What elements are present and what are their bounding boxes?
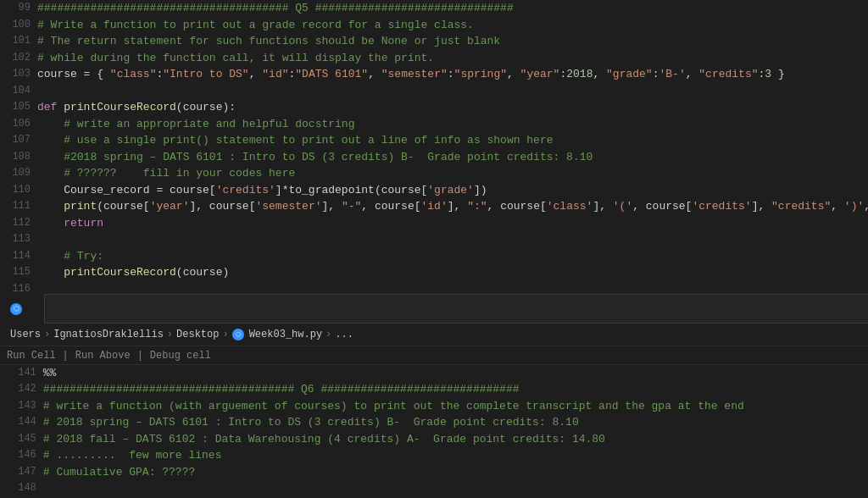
run-above-button[interactable]: Run Above xyxy=(75,350,131,362)
separator-2: | xyxy=(137,350,143,362)
line-content: # use a single print() statement to prin… xyxy=(34,132,868,149)
breadcrumb-more: ... xyxy=(335,329,353,340)
table-row: 113 xyxy=(0,231,868,248)
bottom-code-area[interactable]: 141%%142################################… xyxy=(0,365,868,498)
code-token: ], course[ xyxy=(189,200,255,213)
line-content: # ?????? fill in your codes here xyxy=(34,165,868,182)
line-content: Course_record = course['credits']*to_gra… xyxy=(34,182,868,199)
editor-container: 99######################################… xyxy=(0,0,868,498)
breadcrumb-file-icon: ⬡ xyxy=(232,329,244,340)
bottom-code-section: 141%%142################################… xyxy=(0,365,868,498)
code-token: 2018 xyxy=(566,68,593,80)
code-token: # ?????? fill in your codes here xyxy=(37,167,295,180)
line-content: print(course['year'], course['semester']… xyxy=(34,198,868,215)
line-content: # write a function (with arguement of co… xyxy=(40,398,868,415)
table-row: 110 Course_record = course['credits']*to… xyxy=(0,182,868,199)
table-row: 103course = { "class":"Intro to DS", "id… xyxy=(0,66,868,83)
run-cell-button[interactable]: Run Cell xyxy=(7,350,56,362)
separator-1: | xyxy=(63,350,69,362)
line-number: 145 xyxy=(0,431,40,448)
code-token: , xyxy=(507,68,520,80)
debug-cell-button[interactable]: Debug cell xyxy=(150,350,211,362)
code-token: ], xyxy=(321,200,341,213)
code-token: # use a single print() statement to prin… xyxy=(37,134,554,147)
code-token: "grade" xyxy=(606,68,653,80)
table-row: 108 #2018 spring – DATS 6101 : Intro to … xyxy=(0,149,868,166)
breadcrumb-sep-2: › xyxy=(167,329,173,340)
line-content: ###################################### Q… xyxy=(34,0,868,17)
line-number: 116 xyxy=(0,281,34,295)
code-token: ')' xyxy=(844,200,864,213)
table-row: 105def printCourseRecord(course): xyxy=(0,99,868,116)
code-token: # 2018 fall – DATS 6102 : Data Warehousi… xyxy=(43,433,605,445)
line-content xyxy=(34,281,868,295)
table-row: 146# ......... few more lines xyxy=(0,447,868,464)
code-token: Course_record = course[ xyxy=(37,184,216,196)
code-token: "id" xyxy=(262,68,288,80)
line-number: 148 xyxy=(0,480,40,497)
code-token: ], xyxy=(752,200,771,213)
code-token xyxy=(37,217,64,230)
code-token: "year" xyxy=(520,68,560,80)
file-tab[interactable]: ⬡ xyxy=(0,294,45,324)
top-code-area[interactable]: 99######################################… xyxy=(0,0,868,294)
breadcrumb-sep-1: › xyxy=(44,329,50,340)
code-token: # write a function (with arguement of co… xyxy=(43,400,744,412)
line-content: # Try: xyxy=(34,248,868,265)
table-row: 115 printCourseRecord(course) xyxy=(0,264,868,281)
table-row: 147# Cumulative GPA: ????? xyxy=(0,464,868,481)
table-row: 114 # Try: xyxy=(0,248,868,265)
line-number: 110 xyxy=(0,182,34,199)
line-content: # Write a function to print out a grade … xyxy=(34,17,868,34)
line-number: 106 xyxy=(0,116,34,133)
table-row: 142#####################################… xyxy=(0,381,868,398)
line-number: 146 xyxy=(0,447,40,464)
code-token: return xyxy=(64,217,103,230)
code-token: print xyxy=(37,200,97,213)
line-number: 108 xyxy=(0,149,34,166)
code-token: 'year' xyxy=(150,200,190,213)
line-number: 104 xyxy=(0,83,34,100)
table-row: 109 # ?????? fill in your codes here xyxy=(0,165,868,182)
breadcrumb-user[interactable]: IgnatiosDraklellis xyxy=(53,329,164,340)
code-token: (course) xyxy=(176,266,229,279)
code-token: 'id' xyxy=(421,200,448,213)
line-number: 101 xyxy=(0,33,34,50)
code-token: , course[ xyxy=(864,200,868,213)
code-token: 'credits' xyxy=(216,184,275,196)
code-token: "-" xyxy=(342,200,361,213)
code-token: , xyxy=(686,68,699,80)
code-token: } xyxy=(771,68,785,80)
table-row: 148 xyxy=(0,480,868,497)
line-content: # Cumulative GPA: ????? xyxy=(40,464,868,481)
code-token: ###################################### Q… xyxy=(43,383,520,396)
breadcrumb-desktop[interactable]: Desktop xyxy=(176,329,219,340)
code-token: course = { xyxy=(37,68,110,80)
line-number: 143 xyxy=(0,398,40,415)
code-token: , xyxy=(249,68,263,80)
code-token: : xyxy=(448,68,454,80)
code-token: %% xyxy=(43,367,57,379)
line-content: # write an appropriate and helpful docst… xyxy=(34,116,868,133)
code-token: "class" xyxy=(110,68,157,80)
breadcrumb-users[interactable]: Users xyxy=(10,329,41,340)
line-number: 115 xyxy=(0,264,34,281)
code-token: # Cumulative GPA: ????? xyxy=(43,466,195,479)
breadcrumb-file[interactable]: Week03_hw.py xyxy=(249,329,322,340)
line-number: 102 xyxy=(0,50,34,67)
line-content: def printCourseRecord(course): xyxy=(34,99,868,116)
table-row: 106 # write an appropriate and helpful d… xyxy=(0,116,868,133)
code-token: '(' xyxy=(613,200,632,213)
code-token: printCourseRecord xyxy=(37,266,176,279)
table-row: 107 # use a single print() statement to … xyxy=(0,132,868,149)
table-row: 145# 2018 fall – DATS 6102 : Data Wareho… xyxy=(0,431,868,448)
table-row: 100# Write a function to print out a gra… xyxy=(0,17,868,34)
line-content: # while during the function call, it wil… xyxy=(34,50,868,67)
line-content xyxy=(40,480,868,497)
code-token: # The return statement for such function… xyxy=(37,35,500,47)
table-row: 143# write a function (with arguement of… xyxy=(0,398,868,415)
line-number: 99 xyxy=(0,0,34,17)
line-content: return xyxy=(34,215,868,232)
top-code-section: 99######################################… xyxy=(0,0,868,294)
code-token: "semester" xyxy=(381,68,448,80)
